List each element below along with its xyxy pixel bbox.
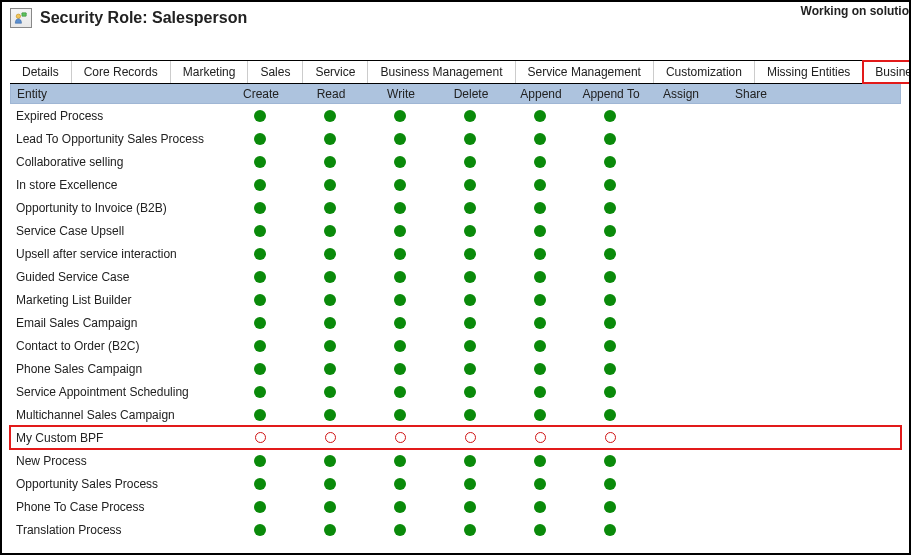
perm-read[interactable] [295,409,365,421]
perm-read[interactable] [295,179,365,191]
perm-append-to[interactable] [575,202,645,214]
perm-create[interactable] [225,478,295,490]
entity-name[interactable]: Lead To Opportunity Sales Process [10,132,225,146]
tab-service-management[interactable]: Service Management [516,61,654,83]
perm-read[interactable] [295,455,365,467]
perm-write[interactable] [365,455,435,467]
entity-name[interactable]: Marketing List Builder [10,293,225,307]
entity-name[interactable]: Contact to Order (B2C) [10,339,225,353]
perm-create[interactable] [225,294,295,306]
perm-delete[interactable] [435,455,505,467]
tab-sales[interactable]: Sales [248,61,303,83]
perm-read[interactable] [295,156,365,168]
perm-write[interactable] [365,340,435,352]
perm-create[interactable] [225,455,295,467]
perm-append-to[interactable] [575,478,645,490]
perm-write[interactable] [365,271,435,283]
entity-name[interactable]: Multichannel Sales Campaign [10,408,225,422]
perm-append[interactable] [505,202,575,214]
perm-append-to[interactable] [575,248,645,260]
column-header-write[interactable]: Write [366,87,436,101]
perm-append[interactable] [505,409,575,421]
entity-name[interactable]: Service Case Upsell [10,224,225,238]
perm-append-to[interactable] [575,225,645,237]
perm-append[interactable] [505,156,575,168]
perm-create[interactable] [225,225,295,237]
entity-name[interactable]: Email Sales Campaign [10,316,225,330]
perm-create[interactable] [225,386,295,398]
perm-create[interactable] [225,340,295,352]
perm-create[interactable] [225,202,295,214]
perm-read[interactable] [295,478,365,490]
perm-create[interactable] [225,179,295,191]
perm-append[interactable] [505,386,575,398]
tab-business-process-flows[interactable]: Business Process Flows [863,61,911,83]
entity-name[interactable]: Expired Process [10,109,225,123]
tab-details[interactable]: Details [10,61,72,83]
perm-write[interactable] [365,133,435,145]
perm-write[interactable] [365,202,435,214]
perm-read[interactable] [295,363,365,375]
perm-write[interactable] [365,409,435,421]
entity-name[interactable]: Guided Service Case [10,270,225,284]
perm-read[interactable] [295,133,365,145]
perm-append[interactable] [505,110,575,122]
perm-append[interactable] [505,455,575,467]
perm-create[interactable] [225,524,295,536]
entity-name[interactable]: Phone To Case Process [10,500,225,514]
tab-core-records[interactable]: Core Records [72,61,171,83]
tab-service[interactable]: Service [303,61,368,83]
entity-name[interactable]: Opportunity Sales Process [10,477,225,491]
perm-append[interactable] [505,340,575,352]
perm-append-to[interactable] [575,317,645,329]
perm-write[interactable] [365,478,435,490]
perm-append-to[interactable] [575,340,645,352]
perm-write[interactable] [365,156,435,168]
perm-write[interactable] [365,363,435,375]
perm-delete[interactable] [435,294,505,306]
perm-delete[interactable] [435,340,505,352]
perm-read[interactable] [295,501,365,513]
entity-name[interactable]: Opportunity to Invoice (B2B) [10,201,225,215]
perm-create[interactable] [225,248,295,260]
perm-delete[interactable] [435,133,505,145]
perm-delete[interactable] [435,156,505,168]
perm-read[interactable] [295,294,365,306]
perm-append[interactable] [505,478,575,490]
perm-delete[interactable] [435,501,505,513]
entity-name[interactable]: Translation Process [10,523,225,537]
entity-name[interactable]: Upsell after service interaction [10,247,225,261]
perm-append[interactable] [505,524,575,536]
perm-append[interactable] [505,317,575,329]
perm-write[interactable] [365,317,435,329]
perm-append-to[interactable] [575,386,645,398]
perm-append[interactable] [505,248,575,260]
perm-read[interactable] [295,202,365,214]
perm-read[interactable] [295,317,365,329]
perm-read[interactable] [295,271,365,283]
column-header-assign[interactable]: Assign [646,87,716,101]
perm-write[interactable] [365,524,435,536]
perm-write[interactable] [365,110,435,122]
perm-append-to[interactable] [575,271,645,283]
perm-read[interactable] [295,524,365,536]
perm-create[interactable] [225,156,295,168]
perm-write[interactable] [365,501,435,513]
column-header-create[interactable]: Create [226,87,296,101]
perm-append-to[interactable] [575,294,645,306]
perm-delete[interactable] [435,432,505,443]
tab-customization[interactable]: Customization [654,61,755,83]
entity-name[interactable]: In store Excellence [10,178,225,192]
perm-create[interactable] [225,133,295,145]
perm-delete[interactable] [435,110,505,122]
entity-name[interactable]: Phone Sales Campaign [10,362,225,376]
perm-create[interactable] [225,317,295,329]
perm-read[interactable] [295,110,365,122]
perm-append[interactable] [505,294,575,306]
perm-append[interactable] [505,363,575,375]
column-header-share[interactable]: Share [716,87,786,101]
perm-write[interactable] [365,179,435,191]
perm-delete[interactable] [435,478,505,490]
perm-delete[interactable] [435,409,505,421]
perm-write[interactable] [365,294,435,306]
